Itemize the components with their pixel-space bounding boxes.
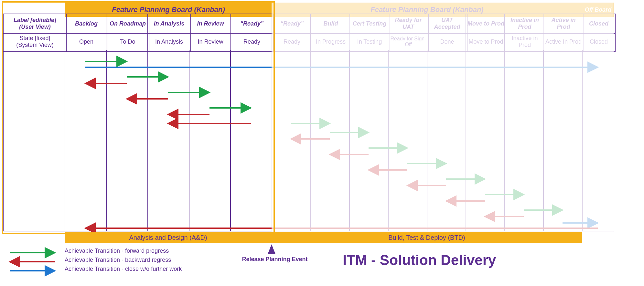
- legend-backward-label: Achievable Transition - backward regress: [65, 257, 171, 263]
- page-title: ITM - Solution Delivery: [343, 252, 496, 268]
- legend-forward-label: Achievable Transition - forward progress: [65, 248, 169, 254]
- release-marker-icon: [268, 244, 275, 254]
- legend-backward-icon: [10, 259, 58, 265]
- footer-left-phase: Analysis and Design (A&D): [65, 232, 272, 243]
- legend-forward-icon: [10, 249, 58, 256]
- transitions-layer: [0, 0, 644, 286]
- release-marker-label: Release Planning Event: [238, 256, 312, 263]
- diagram-root: Feature Planning Board (Kanban) Feature …: [0, 0, 644, 286]
- footer-right-phase: Build, Test & Deploy (BTD): [272, 232, 582, 243]
- legend-close-label: Achievable Transition - close w/o furthe…: [65, 266, 182, 272]
- legend-close-icon: [10, 268, 58, 274]
